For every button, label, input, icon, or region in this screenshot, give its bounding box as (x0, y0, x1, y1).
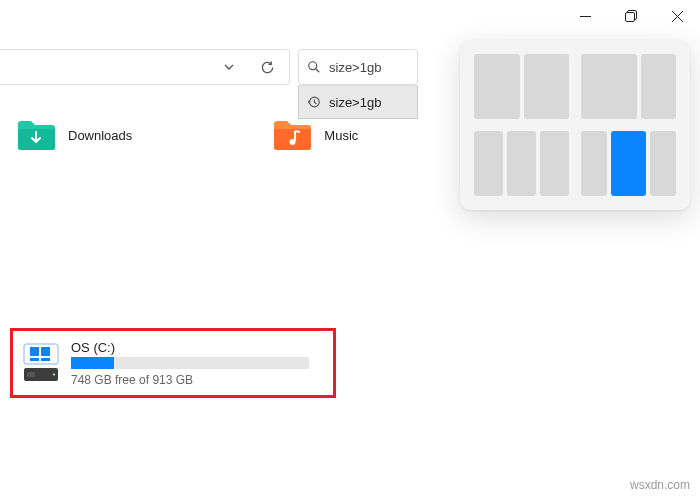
svg-rect-12 (27, 372, 35, 377)
drive-info: OS (C:) 748 GB free of 913 GB (71, 340, 325, 387)
minimize-icon (580, 11, 591, 22)
close-icon (672, 11, 683, 22)
drive-capacity-bar (71, 357, 309, 369)
snap-layouts-flyout (460, 40, 690, 210)
history-dropdown-button[interactable] (211, 49, 247, 85)
snap-layout-two-equal[interactable] (474, 54, 569, 119)
snap-zone[interactable] (581, 54, 637, 119)
downloads-folder-icon (16, 118, 56, 152)
window-minimize-button[interactable] (562, 0, 608, 32)
snap-zone-selected[interactable] (611, 131, 645, 196)
search-suggestion-text: size>1gb (329, 95, 381, 110)
window-close-button[interactable] (654, 0, 700, 32)
search-icon (299, 60, 329, 74)
search-input[interactable]: size>1gb size>1gb (298, 49, 418, 85)
snap-zone[interactable] (524, 54, 570, 119)
drive-used-fill (71, 357, 114, 369)
svg-rect-8 (30, 358, 39, 361)
drive-icon (21, 342, 61, 384)
watermark: wsxdn.com (630, 478, 690, 492)
refresh-button[interactable] (249, 49, 285, 85)
snap-zone[interactable] (474, 54, 520, 119)
window-titlebar (0, 0, 700, 40)
snap-zone[interactable] (474, 131, 503, 196)
folder-item-downloads[interactable]: Downloads (16, 118, 132, 152)
svg-point-4 (290, 139, 296, 145)
svg-point-2 (309, 62, 317, 70)
maximize-icon (625, 10, 637, 22)
snap-layout-left-stack[interactable] (581, 131, 676, 196)
svg-rect-7 (41, 347, 50, 356)
svg-rect-6 (30, 347, 39, 356)
window-controls (562, 0, 700, 32)
svg-point-11 (53, 373, 55, 375)
folder-item-music[interactable]: Music (272, 118, 358, 152)
chevron-down-icon (223, 61, 235, 73)
folder-label: Downloads (68, 128, 132, 143)
svg-rect-1 (626, 13, 635, 22)
drive-status-text: 748 GB free of 913 GB (71, 373, 325, 387)
snap-layout-three[interactable] (474, 131, 569, 196)
drive-name: OS (C:) (71, 340, 325, 355)
folder-label: Music (324, 128, 358, 143)
history-icon (299, 95, 329, 109)
search-text: size>1gb (329, 60, 381, 75)
drive-item-os-c[interactable]: OS (C:) 748 GB free of 913 GB (10, 328, 336, 398)
svg-rect-9 (41, 358, 50, 361)
search-suggestion-row[interactable]: size>1gb (298, 85, 418, 119)
refresh-icon (260, 60, 275, 75)
window-maximize-button[interactable] (608, 0, 654, 32)
snap-zone[interactable] (581, 131, 607, 196)
snap-layout-two-wide[interactable] (581, 54, 676, 119)
snap-zone[interactable] (507, 131, 536, 196)
snap-zone[interactable] (540, 131, 569, 196)
snap-zone[interactable] (641, 54, 676, 119)
music-folder-icon (272, 118, 312, 152)
snap-zone[interactable] (650, 131, 676, 196)
address-bar[interactable] (0, 49, 290, 85)
